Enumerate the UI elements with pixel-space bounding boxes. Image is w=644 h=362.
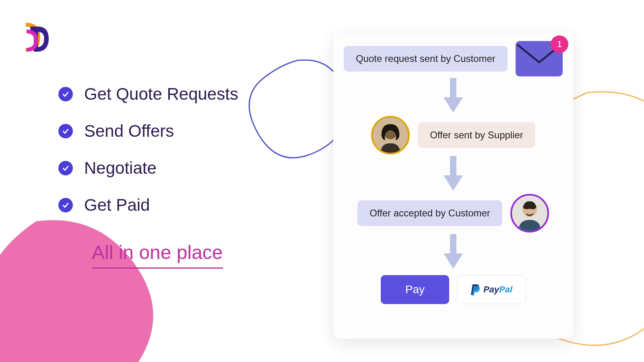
envelope-icon: 1 [516, 41, 563, 76]
flow-card: Quote request sent by Customer 1 Offer s… [333, 33, 573, 339]
feature-item-send-offers: Send Offers [58, 121, 238, 141]
feature-item-get-paid: Get Paid [58, 195, 238, 215]
feature-label: Send Offers [84, 121, 174, 141]
check-icon [58, 124, 73, 138]
tagline-text: All in one place [92, 241, 223, 269]
notification-badge: 1 [551, 35, 568, 53]
feature-label: Get Paid [84, 195, 150, 215]
payment-row: Pay PayPal [381, 275, 526, 304]
paypal-button[interactable]: PayPal [457, 275, 526, 304]
decoration-blob-pink [0, 197, 189, 362]
step-pill-offer-accepted: Offer accepted by Customer [357, 200, 502, 226]
paypal-wordmark: PayPal [483, 284, 512, 295]
feature-item-negotiate: Negotiate [58, 158, 238, 178]
check-icon [58, 161, 73, 175]
feature-label: Get Quote Requests [84, 84, 238, 104]
arrow-down-icon [441, 154, 465, 194]
check-icon [58, 198, 73, 212]
feature-list: Get Quote Requests Send Offers Negotiate… [58, 84, 238, 215]
arrow-down-icon [441, 232, 465, 272]
flow-step-1: Quote request sent by Customer 1 [344, 41, 563, 76]
feature-label: Negotiate [84, 158, 157, 178]
paypal-logo-icon [471, 284, 481, 296]
step-pill-quote-request: Quote request sent by Customer [344, 46, 508, 72]
avatar-customer [510, 194, 549, 232]
avatar-supplier [371, 116, 410, 154]
feature-item-quote-requests: Get Quote Requests [58, 84, 238, 104]
arrow-down-icon [441, 76, 465, 116]
check-icon [58, 87, 73, 101]
flow-step-2: Offer sent by Supplier [344, 116, 563, 154]
step-pill-offer-sent: Offer sent by Supplier [418, 122, 535, 148]
brand-logo [18, 18, 56, 56]
pay-button[interactable]: Pay [381, 275, 449, 304]
flow-step-3: Offer accepted by Customer [344, 194, 563, 232]
